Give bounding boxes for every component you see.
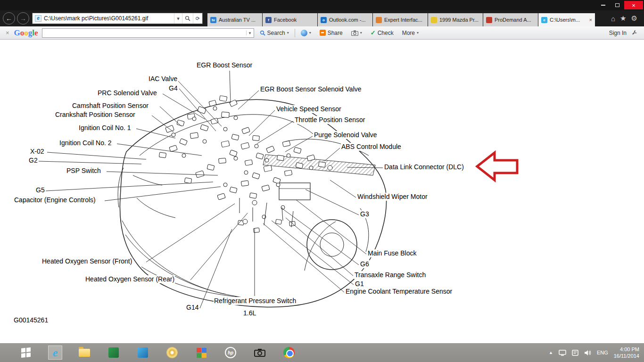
google-logo: Google <box>14 28 38 38</box>
tab-facebook[interactable]: f Facebook <box>263 13 317 26</box>
taskbar: e hp ▲ <box>0 343 644 362</box>
restore-button[interactable] <box>610 1 624 9</box>
tab-australian-tv[interactable]: tv Australian TV ... <box>207 13 262 26</box>
tab-title: C:\Users\m... <box>550 17 587 23</box>
search-icon <box>260 30 265 36</box>
address-search-button[interactable] <box>182 13 193 24</box>
volume-icon[interactable] <box>584 350 591 356</box>
minimize-icon <box>601 5 605 6</box>
close-icon: × <box>6 29 9 36</box>
tab-title: ProDemand A... <box>495 17 535 23</box>
navbar-right-icons: ⌂ ★ ⚙ <box>606 14 642 23</box>
chevron-down-icon: ▾ <box>249 31 251 35</box>
taskbar-hp-app-button[interactable]: hp <box>223 346 238 360</box>
display-icon[interactable] <box>559 350 566 356</box>
window-titlebar: × <box>0 0 644 10</box>
tray-expand-button[interactable]: ▲ <box>549 350 553 355</box>
address-text: C:\Users\mark pc\Pictures\G00145261.gif <box>44 15 174 22</box>
share-icon: ➦ <box>320 30 326 36</box>
diagram-label: G1 <box>355 280 364 288</box>
sign-in-link[interactable]: Sign In <box>609 30 627 36</box>
globe-icon <box>301 30 307 36</box>
diagram-label: EGR Boost Sensor Solenoid Valve <box>260 85 362 93</box>
settings-button[interactable]: ⚙ <box>631 14 637 23</box>
favorites-button[interactable]: ★ <box>620 14 626 23</box>
diagram-label: Transaxle Range Switch <box>354 271 426 279</box>
home-icon: ⌂ <box>611 15 615 23</box>
taskbar-dvd-app-button[interactable] <box>165 346 179 360</box>
address-bar[interactable]: e C:\Users\mark pc\Pictures\G00145261.gi… <box>32 13 203 24</box>
action-center-icon[interactable] <box>572 350 578 356</box>
toolbar-more-button[interactable]: More ▾ <box>399 29 421 37</box>
taskbar-chrome-button[interactable] <box>282 346 296 360</box>
tab-bar: tv Australian TV ... f Facebook o Outloo… <box>207 13 606 26</box>
hp-icon: hp <box>225 347 236 358</box>
tab-close-button[interactable]: × <box>587 17 592 23</box>
app-icon-blue <box>138 347 148 358</box>
office-app-icon <box>108 347 119 358</box>
diagram-label: Throttle Position Sensor <box>294 116 365 124</box>
share-button-label: Share <box>328 30 343 36</box>
engine-components <box>159 96 332 233</box>
toolbar-close-button[interactable]: × <box>4 29 11 36</box>
check-icon: ✓ <box>371 29 376 36</box>
camera-icon <box>351 30 358 36</box>
toolbar-search-button[interactable]: Search ▾ <box>257 29 292 37</box>
outlook-favicon: o <box>321 17 327 23</box>
back-button[interactable]: ← <box>3 12 15 25</box>
diagram-label: 1.6L <box>243 309 256 317</box>
leader-lines <box>39 71 383 308</box>
tab-prodemand[interactable]: ProDemand A... <box>483 13 538 26</box>
page-icon: e <box>35 15 41 22</box>
taskbar-clock[interactable]: 4:00 PM 16/11/2014 <box>614 346 639 359</box>
diagram-label: Capacitor (Engine Controls) <box>14 196 96 204</box>
toolbar-check-button[interactable]: ✓ Check <box>368 28 396 37</box>
language-indicator[interactable]: ENG <box>597 350 608 355</box>
toolbar-share-button[interactable]: ➦ Share <box>317 29 346 37</box>
diagram-label: G3 <box>360 210 370 218</box>
tab-outlook[interactable]: o Outlook.com -... <box>318 13 372 26</box>
engine-diagram <box>0 0 644 362</box>
diagram-label: G4 <box>168 84 178 92</box>
diagram-label: Camshaft Position Sensor <box>72 102 149 110</box>
home-button[interactable]: ⌂ <box>611 15 615 23</box>
diagram-label: Engine Coolant Temperature Sensor <box>345 288 453 296</box>
taskbar-camera-app-button[interactable] <box>253 346 267 360</box>
diagram-label: Main Fuse Block <box>367 249 417 257</box>
diagram-label: X-02 <box>30 148 45 156</box>
ie-favicon: e <box>541 17 547 23</box>
toolbar-search-input[interactable] <box>42 29 246 37</box>
address-dropdown[interactable]: ▾ <box>174 13 182 24</box>
chevron-down-icon: ▾ <box>309 31 311 35</box>
search-icon <box>185 16 190 21</box>
tab-current-file[interactable]: e C:\Users\m... × <box>538 13 595 26</box>
windows-logo-icon <box>21 347 31 358</box>
taskbar-blue-app-button[interactable] <box>136 346 150 360</box>
close-button[interactable]: × <box>624 1 643 9</box>
taskbar-file-explorer-button[interactable] <box>77 346 91 360</box>
taskbar-photos-app-button[interactable] <box>194 346 208 360</box>
car-outline <box>118 99 386 307</box>
forward-button[interactable]: → <box>17 12 29 25</box>
diagram-label: IAC Valve <box>148 75 178 83</box>
check-button-label: Check <box>378 30 394 36</box>
diagram-label: Purge Solenoid Valve <box>314 131 378 139</box>
taskbar-ie-button[interactable]: e <box>48 346 62 360</box>
tab-mazda[interactable]: 1999 Mazda Pr... <box>428 13 483 26</box>
minimize-button[interactable] <box>596 1 610 9</box>
gear-icon: ⚙ <box>631 14 637 22</box>
toolbar-globe-button[interactable]: ▾ <box>298 29 314 37</box>
tab-title: Australian TV ... <box>219 17 259 23</box>
wrench-icon[interactable] <box>631 30 637 36</box>
close-icon: × <box>632 2 636 9</box>
diagram-label: G14 <box>186 304 199 312</box>
toolbar-camera-button[interactable]: ▾ <box>348 29 365 37</box>
refresh-button[interactable]: ⟳ <box>193 13 202 24</box>
taskbar-office-app-button[interactable] <box>107 346 121 360</box>
folder-icon <box>79 349 90 357</box>
forward-icon: → <box>20 15 26 22</box>
search-history-dropdown[interactable]: ▾ <box>246 31 254 35</box>
tab-expert-interface[interactable]: Expert Interfac... <box>373 13 428 26</box>
chevron-down-icon: ▾ <box>177 16 180 22</box>
start-button[interactable] <box>19 346 33 360</box>
